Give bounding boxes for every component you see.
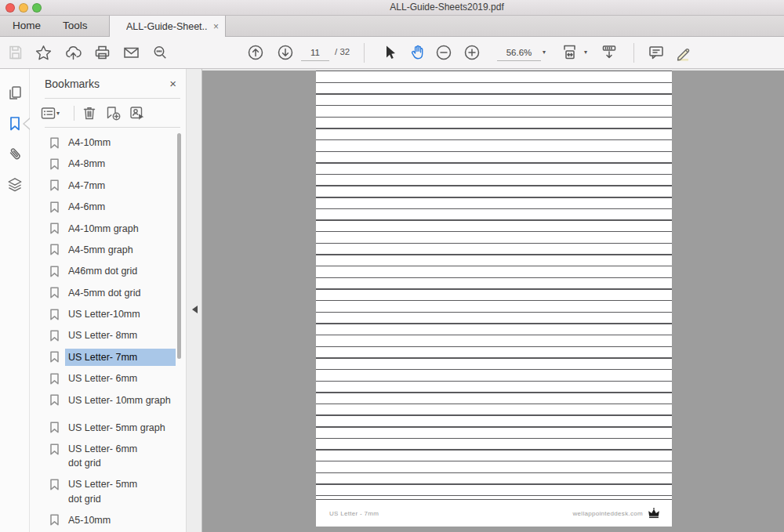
bookmark-label: US Letter- 5mm graph [65, 419, 176, 436]
bookmark-options-button[interactable]: ▾ [40, 105, 60, 121]
bookmark-item[interactable]: A5-10mm [49, 512, 176, 529]
bookmark-list: A4-10mmA4-8mmA4-7mmA4-6mmA4-10mm graphA4… [30, 128, 186, 532]
panel-scrollbar[interactable] [177, 133, 181, 359]
bookmark-ribbon-icon [49, 422, 60, 433]
bookmark-label: A5-10mm [65, 512, 176, 529]
bookmark-item[interactable]: US Letter- 10mm graph [49, 392, 176, 409]
panel-title: Bookmarks [45, 78, 169, 90]
window-title: ALL-Guide-Sheets2019.pdf [110, 0, 784, 16]
layers-icon [6, 176, 24, 194]
bookmark-ribbon-icon [49, 479, 60, 490]
acrobat-window: ALL-Guide-Sheets2019.pdf Home Tools ALL-… [0, 0, 784, 532]
layers-panel-button[interactable] [3, 173, 27, 197]
bookmark-item[interactable]: A4-7mm [49, 177, 176, 194]
zoom-level-input[interactable]: 56.6% [497, 44, 541, 61]
bookmark-item[interactable]: A4-6mm [49, 198, 176, 215]
bookmark-item[interactable]: A4-8mm [49, 155, 176, 172]
toolbar-divider [364, 43, 365, 63]
bookmark-label: US Letter- 5mm dot grid [65, 476, 176, 507]
bookmarks-panel: Bookmarks × ▾ A4 [30, 69, 186, 532]
panel-splitter[interactable] [186, 69, 202, 532]
bookmark-item[interactable]: US Letter- 7mm [49, 349, 176, 366]
bookmark-label: US Letter- 10mm graph [65, 392, 176, 409]
page-fit-caret-icon[interactable]: ▾ [584, 49, 587, 56]
tab-close-icon[interactable]: × [213, 22, 219, 31]
print-button[interactable] [90, 41, 114, 64]
bookmark-label: A4-10mm graph [65, 220, 176, 237]
attachments-panel-button[interactable] [3, 143, 27, 166]
bookmark-item[interactable]: A46mm dot grid [49, 262, 176, 280]
nav-pane-strip [0, 69, 30, 532]
bookmark-item[interactable]: A4-10mm graph [49, 220, 176, 237]
envelope-icon [122, 44, 140, 62]
save-button[interactable] [4, 41, 27, 64]
tab-home[interactable]: Home [9, 16, 44, 36]
zoom-caret-icon[interactable]: ▾ [543, 49, 546, 56]
email-button[interactable] [119, 41, 143, 64]
bookmark-item[interactable]: US Letter- 6mm [49, 370, 176, 387]
minimize-window-button[interactable] [19, 3, 28, 13]
zoom-window-button[interactable] [32, 3, 42, 13]
panel-close-icon[interactable]: × [169, 78, 176, 89]
find-current-bookmark-button[interactable] [129, 105, 146, 121]
bookmark-item[interactable]: A4-5mm graph [49, 241, 176, 259]
scrolling-mode-button[interactable] [597, 41, 621, 64]
trash-icon [82, 105, 97, 121]
bookmark-ribbon-icon [49, 201, 60, 213]
tab-tools[interactable]: Tools [60, 16, 91, 36]
tab-bar: Home Tools ALL-Guide-Sheet... × [0, 16, 784, 37]
collapse-panel-icon[interactable] [192, 306, 198, 313]
titlebar: ALL-Guide-Sheets2019.pdf [0, 0, 784, 16]
search-button[interactable] [148, 41, 172, 64]
hand-tool-button[interactable] [406, 41, 430, 64]
save-floppy-icon [7, 44, 24, 61]
bookmark-ribbon-icon [49, 223, 60, 234]
select-tool-button[interactable] [378, 41, 401, 64]
paperclip-icon [2, 142, 27, 166]
options-list-icon [40, 105, 56, 121]
page-fit-button[interactable] [558, 41, 582, 64]
close-window-button[interactable] [5, 3, 15, 13]
plus-circle-icon [463, 43, 481, 62]
continuous-scroll-icon [600, 43, 619, 62]
tab-document[interactable]: ALL-Guide-Sheet... × [109, 16, 226, 37]
bookmark-item[interactable]: US Letter- 5mm dot grid [49, 476, 176, 507]
zoom-out-button[interactable] [432, 41, 456, 64]
bookmark-ribbon-icon [49, 266, 60, 277]
page-number-input[interactable]: 11 [301, 44, 329, 61]
bookmark-item[interactable]: US Letter- 6mm dot grid [49, 440, 176, 472]
bookmark-label: US Letter-10mm [65, 306, 176, 323]
cloud-upload-icon [64, 44, 82, 62]
page-thumbnails-button[interactable] [3, 81, 27, 105]
arrow-down-circle-icon [276, 43, 295, 62]
bookmark-item[interactable]: US Letter- 8mm [49, 328, 176, 345]
page-footer: US Letter - 7mm wellappointeddesk.com [316, 499, 672, 527]
highlight-pen-button[interactable] [671, 41, 695, 64]
bookmark-ribbon-icon [49, 330, 60, 342]
new-bookmark-button[interactable] [104, 105, 122, 121]
bookmark-label: US Letter- 6mm dot grid [65, 440, 176, 472]
page-total-label: / 32 [335, 47, 350, 56]
bookmark-ribbon-icon [49, 179, 60, 191]
next-page-button[interactable] [274, 41, 297, 64]
add-bookmark-icon [104, 105, 122, 121]
bookmark-item[interactable]: A4-10mm [49, 134, 176, 151]
document-canvas[interactable]: US Letter - 7mm wellappointeddesk.com [202, 69, 784, 532]
printer-icon [93, 44, 111, 62]
delete-bookmark-button[interactable] [82, 105, 97, 121]
zoom-in-button[interactable] [460, 41, 484, 64]
bookmark-label: A46mm dot grid [65, 262, 176, 280]
arrow-up-circle-icon [246, 43, 265, 62]
favorite-button[interactable] [31, 41, 55, 64]
bookmarks-icon [6, 115, 24, 132]
bookmark-ribbon-icon [49, 309, 60, 320]
hand-tool-icon [408, 43, 427, 62]
share-upload-button[interactable] [61, 41, 85, 64]
previous-page-button[interactable] [244, 41, 267, 64]
main-area: Bookmarks × ▾ A4 [0, 69, 784, 532]
comment-button[interactable] [644, 41, 668, 64]
bookmark-item[interactable]: A4-5mm dot grid [49, 284, 176, 302]
bookmark-ribbon-icon [49, 373, 60, 385]
bookmark-item[interactable]: US Letter-10mm [49, 306, 176, 323]
bookmark-item[interactable]: US Letter- 5mm graph [49, 419, 176, 436]
